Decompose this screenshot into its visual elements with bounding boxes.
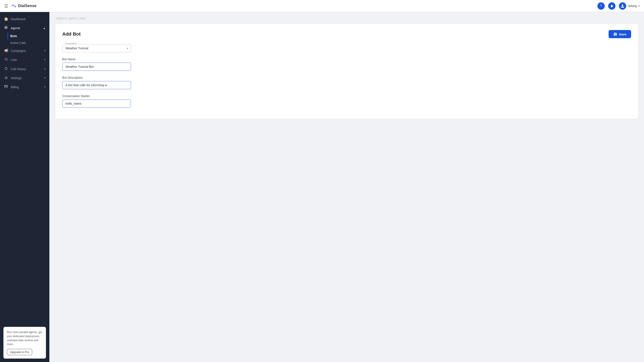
header-right: ? rishiraj ▾ <box>598 2 640 10</box>
page-title: Add Bot <box>62 31 81 37</box>
sidebar-item-active-calls[interactable]: Active Calls <box>10 39 49 46</box>
sidebar-item-campaigns[interactable]: 📢 Campaigns ▾ <box>0 46 49 55</box>
sidebar-item-label: Dashboard <box>11 17 46 21</box>
save-icon <box>613 32 617 36</box>
svg-rect-6 <box>5 60 8 60</box>
agents-chevron-icon: ▲ <box>43 27 46 29</box>
campaign-field-group: Campaign Weather Tutorial Campaign 1 Cam… <box>62 44 631 52</box>
sidebar-item-agents[interactable]: Agents ▲ <box>0 23 49 32</box>
help-button[interactable]: ? <box>598 2 605 10</box>
conversation-starter-field-group: Conversation Starter <box>62 94 631 108</box>
bot-description-input[interactable] <box>62 81 131 89</box>
call-history-icon <box>4 66 8 71</box>
bot-name-field-group: Bot Name <box>62 57 631 71</box>
call-history-chevron-icon: ▾ <box>44 67 46 70</box>
save-label: Save <box>619 32 626 36</box>
breadcrumb-bots[interactable]: BOTS <box>69 17 77 20</box>
sidebar-agents-submenu: Bots Active Calls <box>0 32 49 46</box>
campaign-select-wrapper: Campaign Weather Tutorial Campaign 1 Cam… <box>62 44 131 52</box>
breadcrumb-agents[interactable]: AGENTS <box>56 17 67 20</box>
breadcrumb-add: ADD <box>80 17 86 20</box>
conversation-starter-input[interactable] <box>62 99 131 108</box>
sidebar-item-call-history[interactable]: Call History ▾ <box>0 64 49 73</box>
sidebar-item-bots[interactable]: Bots <box>8 32 49 39</box>
svg-rect-3 <box>4 59 5 59</box>
app-body: 🏠 Dashboard Agents ▲ Bots Active Calls 📢… <box>0 12 644 362</box>
sidebar-agents-label: Agents <box>11 26 40 30</box>
bot-description-field-group: Bot Description <box>62 76 631 89</box>
upgrade-button[interactable]: Upgrade to Pro <box>7 349 32 355</box>
header-left: ☰ DialSense <box>4 3 36 9</box>
sidebar-billing-label: Billing <box>11 85 42 89</box>
hamburger-icon[interactable]: ☰ <box>4 3 8 8</box>
sidebar-item-dashboard[interactable]: 🏠 Dashboard <box>0 14 49 23</box>
card-header: Add Bot Save <box>62 30 631 38</box>
campaigns-chevron-icon: ▾ <box>44 49 46 52</box>
avatar <box>619 2 626 10</box>
user-chevron-icon: ▾ <box>638 4 640 7</box>
sidebar-lists-label: Lists <box>11 58 42 61</box>
upgrade-text: Run more parallel agents, get your dedic… <box>7 330 42 346</box>
sidebar-item-lists[interactable]: Lists ▾ <box>0 55 49 64</box>
campaign-select[interactable]: Weather Tutorial Campaign 1 Campaign 2 <box>62 44 131 52</box>
conversation-starter-label: Conversation Starter <box>62 94 631 98</box>
sidebar-campaigns-label: Campaigns <box>11 49 42 52</box>
dashboard-icon: 🏠 <box>4 17 8 21</box>
header: ☰ DialSense ? rishiraj ▾ <box>0 0 644 12</box>
campaign-dropdown-wrapper: Weather Tutorial Campaign 1 Campaign 2 ▾ <box>62 44 131 52</box>
agents-icon <box>4 25 8 30</box>
billing-chevron-icon: ▾ <box>44 86 46 88</box>
sidebar-nav: 🏠 Dashboard Agents ▲ Bots Active Calls 📢… <box>0 12 49 94</box>
sidebar: 🏠 Dashboard Agents ▲ Bots Active Calls 📢… <box>0 12 49 362</box>
settings-chevron-icon: ▾ <box>44 76 46 79</box>
svg-rect-5 <box>4 60 5 60</box>
sidebar-settings-label: Settings <box>11 76 42 80</box>
svg-rect-1 <box>4 58 5 58</box>
sidebar-call-history-label: Call History <box>11 67 42 71</box>
logo-icon <box>11 3 17 9</box>
campaigns-icon: 📢 <box>4 48 8 53</box>
user-name: rishiraj <box>628 4 637 8</box>
logo: DialSense <box>11 3 36 9</box>
breadcrumb: AGENTS / BOTS / ADD <box>56 17 638 20</box>
save-button[interactable]: Save <box>608 30 631 38</box>
sidebar-item-billing[interactable]: Billing ▾ <box>0 82 49 92</box>
user-info[interactable]: rishiraj ▾ <box>619 2 640 10</box>
settings-icon: ⚙ <box>4 76 8 80</box>
add-bot-card: Add Bot Save Campaign Weather Tutorial C… <box>56 24 638 119</box>
lists-icon <box>4 57 8 62</box>
breadcrumb-sep2: / <box>78 17 80 20</box>
lists-chevron-icon: ▾ <box>44 58 46 61</box>
svg-point-0 <box>6 27 7 28</box>
billing-icon <box>4 84 8 89</box>
bot-description-label: Bot Description <box>62 76 631 79</box>
notification-button[interactable] <box>608 2 616 10</box>
main-content: AGENTS / BOTS / ADD Add Bot Save Campaig… <box>49 12 644 362</box>
svg-rect-4 <box>5 59 8 59</box>
bot-name-label: Bot Name <box>62 57 631 61</box>
logo-text: DialSense <box>18 4 36 8</box>
svg-rect-2 <box>5 58 8 58</box>
bot-name-input[interactable] <box>62 63 131 71</box>
upgrade-box: Run more parallel agents, get your dedic… <box>4 327 46 359</box>
sidebar-item-settings[interactable]: ⚙ Settings ▾ <box>0 73 49 82</box>
